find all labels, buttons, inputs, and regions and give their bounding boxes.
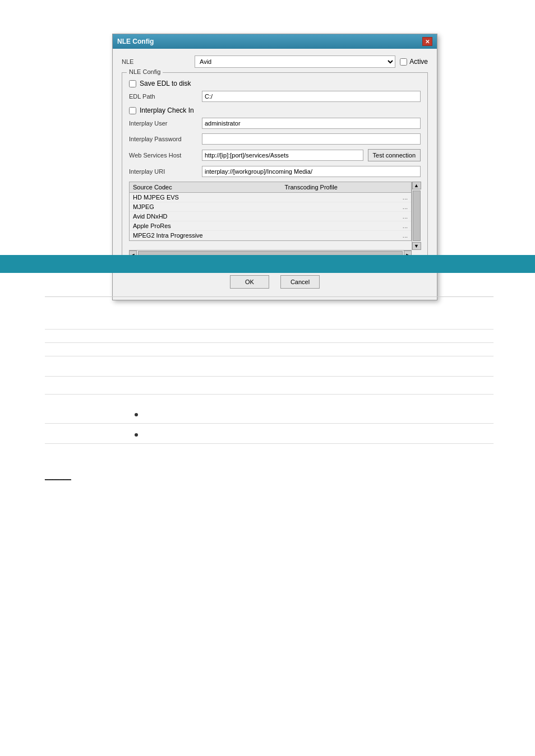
nle-config-group: NLE Config Save EDL to disk EDL Path Int… [122,72,428,264]
web-services-input[interactable] [202,150,363,161]
table-row[interactable]: HD MJPEG EVS ... [130,193,411,202]
interplay-password-input[interactable] [202,133,421,145]
edl-path-input[interactable] [202,91,421,102]
interplay-uri-row: Interplay URI [129,166,421,177]
dialog-titlebar: NLE Config ✕ [113,34,437,49]
content-line-2 [45,321,494,330]
transcoding-profile [281,231,399,240]
bullet-item-2 [45,430,494,444]
interplay-check-label: Interplay Check In [140,106,194,114]
transcoding-profile [281,202,399,212]
transcoding-profile [281,193,399,202]
group-legend: NLE Config [127,68,163,75]
table-row[interactable]: Avid DNxHD ... [130,212,411,221]
interplay-user-input[interactable] [202,118,421,129]
scroll-thumb[interactable] [413,191,421,241]
dialog-close-button[interactable]: ✕ [422,37,432,46]
interplay-check-row: Interplay Check In [129,106,421,114]
transcoding-profile [281,221,399,231]
interplay-user-label: Interplay User [129,120,202,127]
interplay-password-row: Interplay Password [129,133,421,145]
table-row[interactable]: MJPEG ... [130,202,411,212]
col1-header: Source Codec [130,182,281,193]
content-line-1 [45,286,494,297]
dialog-title: NLE Config [117,38,154,45]
nle-select[interactable]: Avid [195,55,395,68]
test-connection-button[interactable]: Test connection [368,149,421,161]
interplay-user-row: Interplay User [129,118,421,129]
dots-button[interactable]: ... [399,231,411,240]
underline-section: _______ [45,455,494,480]
codec-name: Apple ProRes [130,221,281,231]
web-services-row: Web Services Host Test connection [129,149,421,161]
content-line-4 [45,347,494,356]
active-checkbox[interactable] [400,58,407,66]
bullet-item-1 [45,410,494,424]
codec-name: MJPEG [130,202,281,212]
underline-text: _______ [45,472,71,480]
edl-path-row: EDL Path [129,91,421,102]
table-row[interactable]: Apple ProRes ... [130,221,411,231]
edl-path-label: EDL Path [129,93,202,100]
interplay-uri-label: Interplay URI [129,168,202,175]
interplay-password-label: Interplay Password [129,136,202,142]
content-line-3 [45,334,494,343]
spacer-3 [45,381,494,386]
save-edl-checkbox[interactable] [129,80,136,87]
save-edl-label: Save EDL to disk [140,80,191,87]
interplay-uri-input[interactable] [202,166,421,177]
col2-header: Transcoding Profile [281,182,399,193]
codec-table: Source Codec Transcoding Profile HD MJPE… [130,182,411,240]
codec-table-wrapper: Source Codec Transcoding Profile HD MJPE… [129,182,412,241]
codec-name: Avid DNxHD [130,212,281,221]
table-row[interactable]: MPEG2 Intra Progressive ... [130,231,411,240]
web-services-label: Web Services Host [129,152,202,159]
spacer-4 [45,399,494,410]
spacer-2 [45,361,494,368]
content-line-6 [45,386,494,395]
col3-header [399,182,411,193]
vertical-scrollbar[interactable]: ▲ ▼ [412,182,421,250]
bullet-dot-1 [135,413,138,416]
dots-button[interactable]: ... [399,193,411,202]
nle-row: NLE Avid Active [122,55,428,68]
scroll-down-button[interactable]: ▼ [412,242,421,250]
active-label: Active [409,58,428,66]
codec-name: MPEG2 Intra Progressive [130,231,281,240]
codec-name: HD MJPEG EVS [130,193,281,202]
bullet-dot-2 [135,433,138,437]
save-edl-row: Save EDL to disk [129,80,421,87]
content-area: _______ [45,286,494,480]
teal-bar [0,255,535,273]
dots-button[interactable]: ... [399,202,411,212]
transcoding-profile [281,212,399,221]
content-line-5 [45,368,494,377]
interplay-check-checkbox[interactable] [129,107,136,114]
dots-button[interactable]: ... [399,221,411,231]
spacer-1 [45,304,494,321]
scroll-up-button[interactable]: ▲ [412,182,421,189]
nle-label: NLE [122,58,195,65]
active-checkbox-row: Active [400,58,428,66]
dots-button[interactable]: ... [399,212,411,221]
codec-table-container: Source Codec Transcoding Profile HD MJPE… [129,182,421,259]
page-wrapper: NLE Config ✕ NLE Avid Active NLE Config [0,0,535,756]
